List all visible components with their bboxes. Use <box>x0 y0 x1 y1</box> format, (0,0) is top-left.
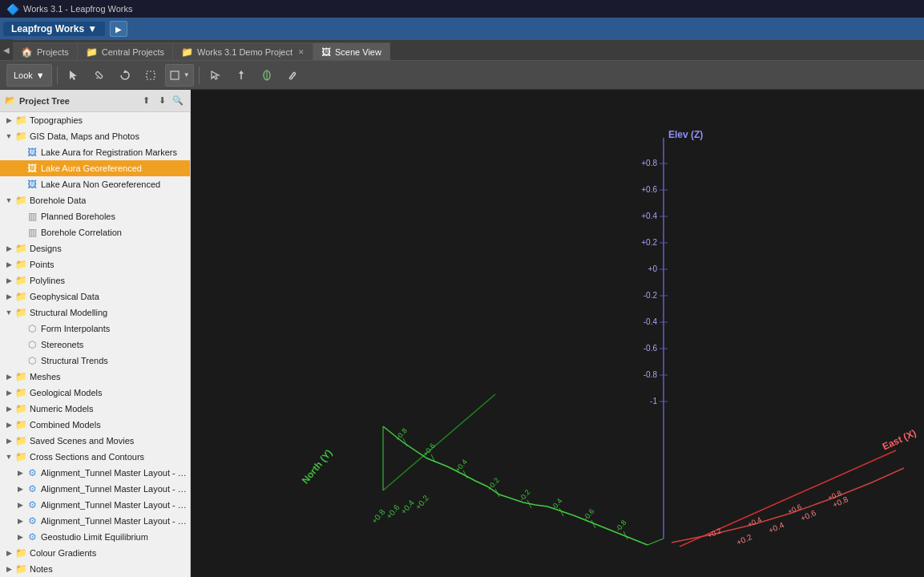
tree-item-polylines[interactable]: ▶📁Polylines <box>0 272 190 288</box>
leapfrog-menu[interactable]: Leapfrog Works ▼ <box>3 22 105 36</box>
svg-line-37 <box>383 394 495 490</box>
tree-toggle-colour-gradients[interactable]: ▶ <box>3 545 14 561</box>
tree-toggle-structural-trends[interactable] <box>14 353 26 369</box>
sidebar-up-btn[interactable]: ⬆ <box>139 94 153 108</box>
tree-item-geological-models[interactable]: ▶📁Geological Models <box>0 385 190 401</box>
tree-toggle-alignment-605[interactable]: ▶ <box>14 481 26 497</box>
tab-scene[interactable]: 🖼 Scene View <box>313 42 390 60</box>
svg-text:+0.4: +0.4 <box>399 498 416 516</box>
tree-item-cross-sections[interactable]: ▼📁Cross Sections and Contours <box>0 449 190 465</box>
box-select-tool[interactable] <box>139 64 162 87</box>
tree-toggle-geological-models[interactable]: ▶ <box>3 385 14 401</box>
tree-toggle-alignment-1205[interactable]: ▶ <box>14 513 26 529</box>
scene-view[interactable]: +0.8 +0.6 +0.4 +0.2 +0 -0.2 -0.4 -0.6 -0… <box>191 90 924 577</box>
tree-toggle-lake-aura-reg[interactable] <box>14 144 26 160</box>
tree-toggle-meshes[interactable]: ▶ <box>3 369 14 385</box>
tree-toggle-geophysical-data[interactable]: ▶ <box>3 288 14 305</box>
tab-scroll-left[interactable]: ◀ <box>0 39 13 60</box>
svg-marker-0 <box>70 71 77 80</box>
tree-toggle-topographies[interactable]: ▶ <box>3 112 14 128</box>
tree-item-meshes[interactable]: ▶📁Meshes <box>0 369 190 385</box>
tree-item-lake-aura-geo[interactable]: 🖼Lake Aura Georeferenced <box>0 160 190 176</box>
tree-toggle-stereonets[interactable] <box>14 337 26 353</box>
tree-item-structural-modelling[interactable]: ▼📁Structural Modelling <box>0 305 190 321</box>
tree-toggle-numeric-models[interactable]: ▶ <box>3 401 14 417</box>
tree-toggle-polylines[interactable]: ▶ <box>3 272 14 288</box>
tree-label-cross-sections: Cross Sections and Contours <box>30 452 144 462</box>
tree-item-structural-trends[interactable]: ⬡Structural Trends <box>0 353 190 369</box>
app-icon: 🔷 <box>6 3 19 15</box>
svg-text:+0.6: +0.6 <box>385 502 401 521</box>
tree-toggle-points[interactable]: ▶ <box>3 256 14 272</box>
sidebar-title: Project Tree <box>19 96 70 106</box>
tree-item-saved-scenes[interactable]: ▶📁Saved Scenes and Movies <box>0 433 190 449</box>
tab-projects[interactable]: 🏠 Projects <box>13 42 78 60</box>
tree-item-alignment-1205[interactable]: ▶⚙Alignment_Tunnel Master Layout - 1205.… <box>0 513 190 529</box>
edit-tool[interactable] <box>281 64 304 87</box>
pointer-tool[interactable] <box>204 64 227 87</box>
box-tool-dropdown[interactable]: ▼ <box>165 64 194 87</box>
tree-toggle-alignment-305[interactable]: ▶ <box>14 465 26 481</box>
tree-icon-alignment-605: ⚙ <box>26 482 38 495</box>
tab-central[interactable]: 📁 Central Projects <box>78 42 173 60</box>
sidebar-down-btn[interactable]: ⬇ <box>155 94 169 108</box>
tree-item-combined-models[interactable]: ▶📁Combined Models <box>0 417 190 433</box>
tree-item-stereonets[interactable]: ⬡Stereonets <box>0 337 190 353</box>
tree-item-points[interactable]: ▶📁Points <box>0 256 190 272</box>
tree-item-notes[interactable]: ▶📁Notes <box>0 561 190 577</box>
tree-item-lake-aura-non[interactable]: 🖼Lake Aura Non Georeferenced <box>0 176 190 192</box>
tree-item-geophysical-data[interactable]: ▶📁Geophysical Data <box>0 288 190 305</box>
svg-text:-0.6: -0.6 <box>644 344 658 353</box>
tree-toggle-gis-data[interactable]: ▼ <box>3 128 14 144</box>
tree-icon-lake-aura-reg: 🖼 <box>26 146 38 159</box>
sidebar-search-btn[interactable]: 🔍 <box>171 94 185 108</box>
project-tree-sidebar: 📂 Project Tree ⬆ ⬇ 🔍 ▶📁Topographies▼📁GIS… <box>0 90 191 577</box>
rotate-tool[interactable] <box>114 64 136 87</box>
tree-icon-lake-aura-geo: 🖼 <box>26 162 38 175</box>
tree-item-geostudio[interactable]: ▶⚙Geostudio Limit Equilibrium <box>0 529 190 545</box>
tree-toggle-form-interpolants[interactable] <box>14 321 26 337</box>
tree-item-form-interpolants[interactable]: ⬡Form Interpolants <box>0 321 190 337</box>
tree-icon-geophysical-data: 📁 <box>14 290 27 303</box>
paint-tool[interactable] <box>256 64 278 87</box>
tree-item-alignment-305[interactable]: ▶⚙Alignment_Tunnel Master Layout - 305.0… <box>0 465 190 481</box>
play-button[interactable]: ▶ <box>110 21 127 37</box>
tree-toggle-lake-aura-geo[interactable] <box>14 160 26 176</box>
tree-item-lake-aura-reg[interactable]: 🖼Lake Aura for Registration Markers <box>0 144 190 160</box>
tree-item-colour-gradients[interactable]: ▶📁Colour Gradients <box>0 545 190 561</box>
tree-item-alignment-905[interactable]: ▶⚙Alignment_Tunnel Master Layout - 905.0… <box>0 497 190 513</box>
tree-toggle-designs[interactable]: ▶ <box>3 240 14 256</box>
tree-item-alignment-605[interactable]: ▶⚙Alignment_Tunnel Master Layout - 605.0… <box>0 481 190 497</box>
tree-toggle-saved-scenes[interactable]: ▶ <box>3 433 14 449</box>
tree-toggle-cross-sections[interactable]: ▼ <box>3 449 14 465</box>
tree-toggle-lake-aura-non[interactable] <box>14 176 26 192</box>
pencil-tool[interactable] <box>88 64 111 87</box>
tree-toggle-geostudio[interactable]: ▶ <box>14 529 26 545</box>
arrow-up-tool[interactable] <box>230 64 252 87</box>
svg-text:-0.2: -0.2 <box>644 291 658 300</box>
tree-item-borehole-correlation[interactable]: ▥Borehole Correlation <box>0 224 190 240</box>
tree-icon-borehole-correlation: ▥ <box>26 226 38 239</box>
tab-demo[interactable]: 📁 Works 3.1 Demo Project ✕ <box>173 42 313 60</box>
tree-label-topographies: Topographies <box>30 115 83 125</box>
tree-item-planned-boreholes[interactable]: ▥Planned Boreholes <box>0 208 190 224</box>
tree-toggle-borehole-data[interactable]: ▼ <box>3 192 14 208</box>
tree-item-topographies[interactable]: ▶📁Topographies <box>0 112 190 128</box>
tree-toggle-structural-modelling[interactable]: ▼ <box>3 305 14 321</box>
tree-icon-notes: 📁 <box>14 563 27 575</box>
tree-item-borehole-data[interactable]: ▼📁Borehole Data <box>0 192 190 208</box>
tree-toggle-notes[interactable]: ▶ <box>3 561 14 577</box>
tab-demo-close[interactable]: ✕ <box>298 48 305 56</box>
tree-item-designs[interactable]: ▶📁Designs <box>0 240 190 256</box>
tree-toggle-combined-models[interactable]: ▶ <box>3 417 14 433</box>
tree-item-gis-data[interactable]: ▼📁GIS Data, Maps and Photos <box>0 128 190 144</box>
tree-toggle-alignment-905[interactable]: ▶ <box>14 497 26 513</box>
tree-icon-cross-sections: 📁 <box>14 450 27 463</box>
brand-label: Leapfrog Works <box>11 23 84 34</box>
tree-toggle-borehole-correlation[interactable] <box>14 224 26 240</box>
tab-central-icon: 📁 <box>86 46 98 58</box>
cursor-tool[interactable] <box>63 64 85 87</box>
tree-toggle-planned-boreholes[interactable] <box>14 208 26 224</box>
tree-item-numeric-models[interactable]: ▶📁Numeric Models <box>0 401 190 417</box>
look-button[interactable]: Look ▼ <box>6 64 52 87</box>
